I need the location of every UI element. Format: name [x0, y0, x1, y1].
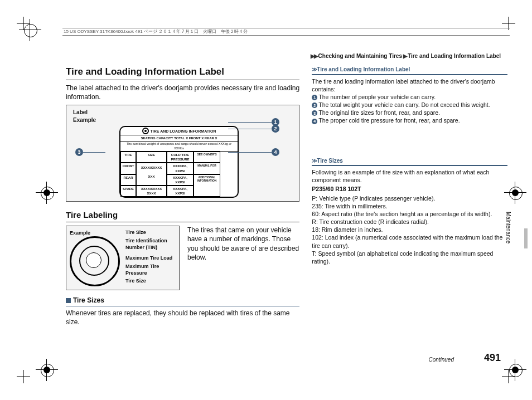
source-text: 15 US ODYSSEY-31TK86400.book 491 ページ ２０１…: [64, 29, 248, 35]
registration-mark-icon: [36, 359, 58, 381]
label-example-figure: Label Example TIRE AND LOADING INFORMATI…: [66, 105, 299, 202]
list-item: 4The proper cold tire pressure for front…: [312, 116, 507, 124]
page-number: 491: [484, 351, 501, 364]
heading-1: Tire and Loading Information Label: [66, 66, 299, 80]
tire-code-line: 18: Rim diameter in inches.: [312, 226, 507, 233]
arrow-icon: ▶▶: [311, 53, 317, 59]
arrow-icon: ▶: [403, 53, 407, 59]
left-column: Tire and Loading Information Label The l…: [66, 66, 299, 367]
intro-text: The label attached to the driver's doorj…: [66, 84, 299, 101]
square-bullet-icon: [66, 298, 71, 303]
tire-code-line: 102: Load index (a numerical code associ…: [312, 233, 507, 249]
registration-mark-icon: [504, 182, 526, 204]
tire-code-line: P: Vehicle type (P indicates passenger v…: [312, 194, 507, 202]
list-item: 2The total weight your vehicle can carry…: [312, 101, 507, 109]
sidebar-title: ≫Tire and Loading Information Label: [312, 66, 507, 75]
crop-mark-icon: [17, 370, 30, 383]
tire-sidewall-icon: [70, 236, 119, 285]
callout-3: 3: [75, 148, 83, 156]
right-column: ≫Tire and Loading Information Label The …: [312, 66, 507, 367]
list-item: 1The number of people your vehicle can c…: [312, 93, 507, 101]
dbl-arrow-icon: ≫: [312, 66, 316, 72]
svg-point-1: [144, 130, 147, 132]
list-item: 3The original tire sizes for front, rear…: [312, 109, 507, 116]
tire-code: P235/60 R18 102T: [312, 185, 507, 193]
page: 15 US ODYSSEY-31TK86400.book 491 ページ ２０１…: [0, 0, 532, 400]
registration-mark-icon: [36, 182, 58, 204]
tire-code-line: R: Tire construction code (R indicates r…: [312, 218, 507, 226]
tire-code-line: 60: Aspect ratio (the tire's section hei…: [312, 210, 507, 218]
content-area: Tire and Loading Information Label The l…: [66, 66, 507, 367]
sidebar-title: ≫Tire Sizes: [312, 157, 507, 167]
tire-sizes-text: Whenever tires are replaced, they should…: [66, 309, 299, 326]
section-tab-label: Maintenance: [505, 212, 512, 243]
callout-4: 4: [272, 148, 279, 156]
edge-tab: [524, 228, 528, 248]
tire-code-line: 235: Tire width in millimeters.: [312, 202, 507, 210]
sidebar-section-label-info: ≫Tire and Loading Information Label The …: [312, 66, 507, 125]
dbl-arrow-icon: ≫: [312, 158, 316, 164]
heading-2: Tire Labeling: [66, 209, 299, 222]
tire-diagram-figure: Example Tire Size Tire Identification Nu…: [66, 226, 180, 290]
diagram-labels: Tire Size Tire Identification Number (TI…: [125, 230, 176, 286]
sidebar-intro: The tire and loading information label a…: [312, 77, 507, 93]
registration-mark-icon: [504, 359, 526, 381]
tire-icon: [142, 128, 149, 134]
figure-caption: Example: [70, 230, 94, 236]
tire-table: TIRESIZECOLD TIRE PRESSURESEE OWNER'S FR…: [120, 152, 238, 197]
source-header: 15 US ODYSSEY-31TK86400.book 491 ページ ２０１…: [62, 28, 510, 36]
tire-code-line: T: Speed symbol (an alphabetical code in…: [312, 250, 507, 265]
tire-info-label-graphic: TIRE AND LOADING INFORMATION SEATING CAP…: [119, 126, 239, 198]
breadcrumb: ▶▶Checking and Maintaining Tires▶Tire an…: [309, 52, 501, 60]
subheading-tire-sizes: Tire Sizes: [66, 296, 299, 306]
registration-mark-icon: [19, 19, 41, 41]
continued-label: Continued: [428, 356, 454, 364]
sidebar-section-tire-sizes: ≫Tire Sizes Following is an example of t…: [312, 157, 507, 266]
sidebar-intro: Following is an example of tire size wit…: [312, 168, 507, 184]
figure-caption: Label Example: [73, 109, 292, 124]
tire-labeling-text: The tires that came on your vehicle have…: [187, 226, 299, 290]
callout-2: 2: [272, 125, 279, 133]
